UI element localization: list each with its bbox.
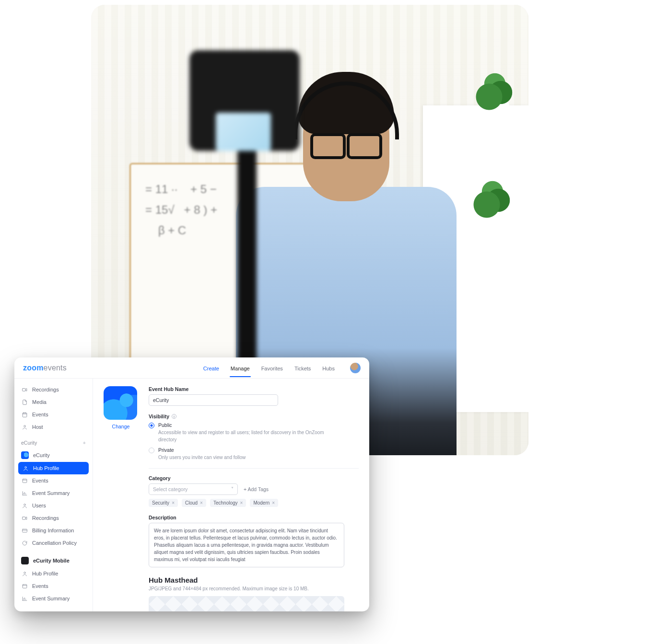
- radio-icon[interactable]: [149, 448, 154, 453]
- sidebar-label: Recordings: [32, 515, 59, 521]
- main-content: Change Event Hub Name Visibility i Publi…: [93, 379, 369, 611]
- sidebar-item-hub-profile2[interactable]: Hub Profile: [14, 567, 93, 580]
- svg-rect-1: [23, 413, 27, 417]
- sidebar-label: Cancellation Policy: [32, 540, 77, 546]
- topbar: zoomevents Create Manage Favorites Ticke…: [14, 357, 369, 379]
- card-icon: [21, 527, 28, 534]
- sidebar-label: eCurity: [33, 452, 50, 458]
- sidebar-item-ecurity[interactable]: eCurity: [14, 448, 93, 462]
- sidebar-item-media[interactable]: Media: [14, 396, 93, 408]
- hub-avatar[interactable]: [104, 386, 137, 420]
- divider: [149, 468, 359, 469]
- select-placeholder: Select category: [153, 486, 187, 492]
- sidebar-item-events2[interactable]: Events: [14, 474, 93, 487]
- chart-icon: [21, 595, 28, 602]
- description-label: Description: [149, 515, 359, 520]
- sidebar-label: Users: [32, 503, 46, 508]
- refresh-icon: [21, 540, 28, 546]
- sidebar-item-events3[interactable]: Events: [14, 580, 93, 592]
- sidebar-item-billing[interactable]: Billing Information: [14, 524, 93, 537]
- svg-rect-0: [22, 388, 25, 391]
- sidebar-item-recordings2[interactable]: Recordings: [14, 512, 93, 524]
- tag-technology[interactable]: Technology×: [210, 499, 246, 507]
- nav-manage[interactable]: Manage: [230, 360, 251, 376]
- sidebar: Recordings Media Events Host eCurity + e…: [14, 379, 93, 611]
- tag-list: Security× Cloud× Technology× Modern×: [149, 499, 359, 507]
- sidebar-label: Recordings: [32, 387, 59, 392]
- sidebar-label: eCurity Mobile: [33, 558, 70, 564]
- hub-name-label: Event Hub Name: [149, 386, 359, 392]
- tag-modern[interactable]: Modern×: [250, 499, 278, 507]
- sidebar-label: Event Summary: [32, 490, 70, 496]
- nav-tickets[interactable]: Tickets: [293, 360, 312, 376]
- sidebar-item-host[interactable]: Host: [14, 421, 93, 433]
- add-tags-link[interactable]: + Add Tags: [244, 486, 269, 492]
- nav-hubs[interactable]: Hubs: [321, 360, 336, 376]
- sidebar-item-event-summary2[interactable]: Event Summary: [14, 592, 93, 605]
- logo[interactable]: zoomevents: [23, 364, 67, 372]
- radio-label: Public: [158, 422, 172, 428]
- radio-label: Private: [158, 447, 174, 453]
- nav-favorites[interactable]: Favorites: [260, 360, 284, 376]
- sidebar-section-ecurity[interactable]: eCurity +: [14, 433, 93, 448]
- sidebar-item-event-summary[interactable]: Event Summary: [14, 487, 93, 499]
- close-icon[interactable]: ×: [172, 500, 175, 506]
- hub-name-input[interactable]: [149, 394, 278, 406]
- private-desc: Only users you invite can view and follo…: [158, 454, 331, 461]
- close-icon[interactable]: ×: [240, 500, 243, 506]
- svg-point-3: [24, 466, 26, 468]
- logo-events: events: [44, 364, 67, 372]
- close-icon[interactable]: ×: [200, 500, 203, 506]
- close-icon[interactable]: ×: [272, 500, 275, 506]
- zoom-events-window: zoomevents Create Manage Favorites Ticke…: [14, 357, 369, 611]
- hub-tile-icon: [21, 451, 29, 459]
- masthead-preview[interactable]: [149, 596, 344, 612]
- description-textarea[interactable]: We are lorem ipsum dolor sit amet, conse…: [149, 523, 344, 567]
- sidebar-item-hub-profile[interactable]: Hub Profile: [18, 462, 89, 474]
- section-label: eCurity: [21, 440, 37, 446]
- masthead-title: Hub Masthead: [149, 576, 359, 584]
- sidebar-label: Events: [32, 412, 48, 417]
- hub-avatar-block: Change: [104, 386, 138, 611]
- change-link[interactable]: Change: [104, 424, 138, 429]
- avatar[interactable]: [350, 363, 361, 373]
- category-label: Category: [149, 475, 359, 481]
- users-icon: [21, 502, 28, 509]
- video-icon: [21, 386, 28, 393]
- masthead-sub: JPG/JPEG and 744×484 px recommended. Max…: [149, 586, 359, 591]
- calendar-icon: [21, 411, 28, 418]
- category-select[interactable]: Select category ˅: [149, 483, 238, 495]
- public-desc: Accessible to view and register to all u…: [158, 429, 331, 443]
- radio-private[interactable]: Private: [149, 447, 359, 453]
- profile-icon: [21, 570, 28, 577]
- sidebar-item-recordings[interactable]: Recordings: [14, 383, 93, 396]
- info-icon[interactable]: i: [172, 414, 176, 419]
- chart-icon: [21, 490, 28, 496]
- profile-icon: [22, 465, 29, 472]
- svg-rect-9: [23, 584, 27, 588]
- sidebar-label: Event Summary: [32, 596, 70, 601]
- sidebar-item-ecurity-mobile[interactable]: eCurity Mobile: [14, 554, 93, 567]
- plus-icon[interactable]: +: [83, 440, 86, 446]
- sidebar-item-events[interactable]: Events: [14, 408, 93, 421]
- sidebar-label: Media: [32, 399, 47, 405]
- nav-create[interactable]: Create: [202, 360, 220, 376]
- svg-rect-6: [22, 517, 25, 519]
- plant-icon: [480, 101, 509, 127]
- tag-security[interactable]: Security×: [149, 499, 178, 507]
- visibility-label: Visibility i: [149, 414, 359, 419]
- list-icon: [21, 583, 28, 589]
- video-icon: [21, 515, 28, 521]
- plant-icon: [471, 206, 514, 237]
- file-icon: [21, 399, 28, 405]
- chevron-down-icon: ˅: [231, 486, 234, 492]
- radio-public[interactable]: Public: [149, 422, 359, 428]
- tag-cloud[interactable]: Cloud×: [182, 499, 206, 507]
- sidebar-label: Events: [32, 583, 48, 589]
- sidebar-item-users[interactable]: Users: [14, 499, 93, 512]
- radio-icon[interactable]: [149, 423, 154, 428]
- sidebar-item-cancellation[interactable]: Cancellation Policy: [14, 537, 93, 549]
- svg-point-2: [23, 425, 25, 426]
- camera-on-tripod: [175, 50, 309, 395]
- svg-rect-4: [23, 479, 27, 483]
